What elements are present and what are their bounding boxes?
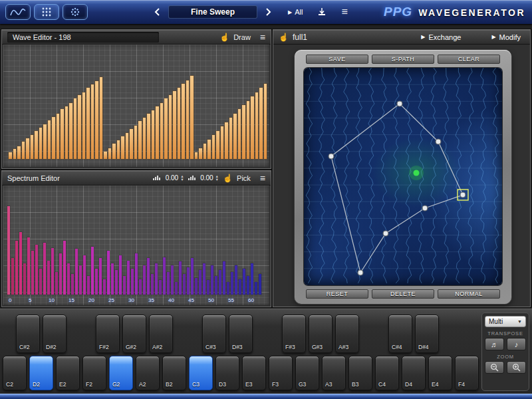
wave-bar[interactable]	[95, 81, 98, 159]
spectrum-bar[interactable]	[71, 274, 74, 295]
spectrum-bar[interactable]	[259, 274, 261, 295]
spectrum-bar[interactable]	[79, 265, 82, 295]
spectrum-bar[interactable]	[95, 269, 98, 295]
grid-view-button[interactable]	[34, 4, 59, 20]
key-b3[interactable]: B3	[348, 356, 372, 390]
wave-bar[interactable]	[203, 144, 207, 159]
spectrum-bar[interactable]	[179, 261, 182, 295]
key-cs4[interactable]: C#4	[388, 315, 412, 353]
wave-bar[interactable]	[207, 140, 211, 159]
spectrum-bar[interactable]	[159, 280, 162, 295]
wave-bar[interactable]	[130, 129, 133, 159]
path-node[interactable]	[436, 139, 441, 144]
wave-bar[interactable]	[264, 84, 267, 159]
spectrum-value-2-text[interactable]: 0.00	[198, 174, 213, 182]
wave-bar[interactable]	[91, 84, 94, 159]
spectrum-bar[interactable]	[215, 276, 217, 295]
wave-bar[interactable]	[238, 109, 241, 159]
s-path-button[interactable]: S-PATH	[372, 55, 434, 64]
wave-bar[interactable]	[173, 91, 176, 159]
all-menu[interactable]: ▶ All	[288, 8, 303, 16]
wave-bar[interactable]	[233, 114, 237, 159]
spectrum-bar[interactable]	[115, 270, 118, 295]
wave-bar[interactable]	[108, 148, 112, 159]
key-fs3[interactable]: F#3	[282, 315, 306, 353]
spectrum-bar[interactable]	[171, 265, 174, 295]
wave-bar[interactable]	[74, 98, 77, 159]
spectrum-bar[interactable]	[59, 253, 62, 295]
spectrum-bar[interactable]	[199, 270, 201, 295]
spectrum-bar[interactable]	[151, 274, 154, 295]
spectrum-value-1-text[interactable]: 0.00	[162, 174, 178, 182]
clear-button[interactable]: CLEAR	[438, 55, 500, 64]
wave-bar[interactable]	[212, 135, 215, 159]
key-f4[interactable]: F4	[455, 356, 479, 390]
next-preset-button[interactable]	[261, 5, 276, 19]
wave-bar[interactable]	[78, 95, 81, 159]
spectrum-bar[interactable]	[15, 241, 18, 295]
spectrum-bar[interactable]	[99, 258, 102, 295]
path-node[interactable]	[358, 270, 363, 275]
key-b2[interactable]: B2	[162, 356, 186, 390]
wave-view-button[interactable]	[5, 4, 31, 20]
spectrum-bar[interactable]	[107, 251, 110, 295]
key-gs2[interactable]: G#2	[122, 315, 146, 353]
path-node[interactable]	[422, 205, 428, 211]
wave-bar[interactable]	[251, 96, 254, 159]
spectrum-bar[interactable]	[231, 272, 233, 295]
path-node[interactable]	[397, 101, 402, 106]
delete-button[interactable]: DELETE	[372, 289, 434, 299]
wave-bar[interactable]	[195, 152, 198, 159]
wave-bar[interactable]	[126, 133, 129, 159]
wave-bar[interactable]	[35, 131, 38, 159]
spectrum-bar[interactable]	[187, 267, 190, 295]
key-g2[interactable]: G2	[109, 356, 133, 390]
spectrum-bar[interactable]	[119, 255, 122, 295]
wave-bar[interactable]	[225, 122, 228, 159]
key-as2[interactable]: A#2	[149, 315, 173, 353]
spectrum-bar[interactable]	[135, 253, 138, 295]
spectrum-menu-icon[interactable]: ≡	[260, 173, 265, 184]
key-e3[interactable]: E3	[242, 356, 266, 390]
wave-bar[interactable]	[13, 149, 17, 159]
wave-bar[interactable]	[31, 135, 34, 159]
spectrum-bar[interactable]	[211, 265, 213, 295]
key-f2[interactable]: F2	[82, 356, 106, 390]
wave-bar[interactable]	[121, 136, 124, 159]
key-c2[interactable]: C2	[3, 356, 27, 390]
key-ds2[interactable]: D#2	[43, 315, 66, 353]
spectrum-bar[interactable]	[103, 279, 106, 295]
mode-select[interactable]: Multi ▼	[485, 316, 526, 327]
spectrum-bar[interactable]	[243, 269, 245, 295]
spectrum-bar[interactable]	[47, 261, 50, 295]
spectrum-bar[interactable]	[239, 279, 241, 295]
key-a2[interactable]: A2	[136, 356, 160, 390]
key-cs2[interactable]: C#2	[16, 315, 40, 353]
spectrum-bar[interactable]	[167, 272, 170, 295]
wave-menu-icon[interactable]: ≡	[260, 32, 265, 43]
spectrum-bar[interactable]	[155, 263, 158, 295]
pick-label[interactable]: Pick	[237, 174, 251, 182]
spectrum-bar[interactable]	[195, 278, 198, 295]
key-d4[interactable]: D4	[402, 356, 426, 390]
spectrum-bar[interactable]	[247, 276, 249, 295]
path-node[interactable]	[329, 154, 334, 159]
wave-bar[interactable]	[164, 98, 168, 159]
load-button[interactable]	[317, 7, 327, 17]
wave-bar[interactable]	[26, 138, 29, 159]
spectrum-bar[interactable]	[11, 258, 14, 295]
spectrum-bar[interactable]	[23, 263, 26, 295]
spectrum-bar[interactable]	[143, 265, 146, 295]
spectrum-bar[interactable]	[227, 282, 229, 295]
wave-bar[interactable]	[221, 126, 224, 159]
wave-bar[interactable]	[100, 77, 103, 159]
wave-bar[interactable]	[65, 106, 68, 159]
wave-bar[interactable]	[152, 110, 155, 159]
key-fs2[interactable]: F#2	[96, 315, 120, 353]
wave-bar[interactable]	[255, 92, 259, 159]
key-cs3[interactable]: C#3	[202, 315, 226, 353]
key-e4[interactable]: E4	[428, 356, 452, 390]
spectrum-bar[interactable]	[127, 261, 130, 295]
key-gs3[interactable]: G#3	[309, 315, 332, 353]
modify-menu[interactable]: ▶ Modify	[491, 33, 521, 41]
